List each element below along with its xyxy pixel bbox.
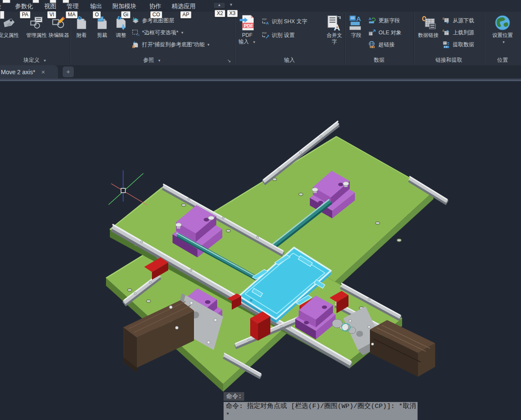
partial-keytip xyxy=(0,11,4,19)
keytip-gi: Gi xyxy=(121,11,130,18)
tab-output[interactable]: 输出 xyxy=(90,3,102,10)
viewport-top-strip-light xyxy=(0,80,521,81)
extract-data-button[interactable]: 提取数据 xyxy=(442,39,474,50)
keytip-co: CO xyxy=(150,11,162,18)
keytip-ma: MA xyxy=(66,11,78,18)
panel-title-reference[interactable]: 参照 ▼ xyxy=(70,57,234,64)
command-history-line2: * xyxy=(226,411,230,419)
update-field-icon: A xyxy=(368,17,376,24)
keytip-ap: AP xyxy=(180,11,191,18)
pickbox xyxy=(121,188,125,193)
ribbon-collapse-button[interactable]: ▲ xyxy=(213,2,225,9)
drawing-tab-label: Move 2 axis* xyxy=(1,69,35,76)
combine-text-icon: A xyxy=(327,14,342,31)
keytip-x3: X3 xyxy=(227,10,238,17)
ribbon-collapse-caret[interactable]: ▼ xyxy=(229,3,233,7)
keytip-o: O xyxy=(93,11,101,18)
recognize-shx-button[interactable]: PDFA 识别 SHX 文字 xyxy=(261,16,307,27)
command-history-line1: 命令: 指定对角点或 [栏选(F)/圈围(WP)/圈交(CP)]: *取消 xyxy=(226,402,416,410)
snap-to-underlay-button[interactable]: 打开“捕捉到参考底图”功能▼ xyxy=(131,39,210,50)
svg-text:8: 8 xyxy=(442,17,444,21)
ole-object-icon xyxy=(368,29,376,36)
svg-text:PDF: PDF xyxy=(262,32,267,34)
panel-title-import[interactable]: 输入 xyxy=(234,57,345,64)
panel-reference: 附着 剪裁 调整 参考底图图层 (x) *边框可变选项*▼ xyxy=(70,12,234,65)
panel-link-extract: 数据链接 8 从源下载 8 上载到源 提取数据 链接和提取 xyxy=(414,12,484,65)
svg-text:A: A xyxy=(356,15,361,22)
partial-keytip xyxy=(3,0,10,3)
frame-options-button[interactable]: (x) *边框可变选项*▼ xyxy=(131,27,184,38)
svg-text:(x): (x) xyxy=(137,33,139,36)
combine-text-button[interactable]: A 合并文字 xyxy=(325,14,343,45)
svg-text:PDF: PDF xyxy=(244,23,254,28)
pdf-import-button[interactable]: PDF PDF输入 ▼ xyxy=(237,14,257,45)
tab-collaborate[interactable]: 协作 xyxy=(149,3,161,10)
ole-object-button[interactable]: OLE 对象 xyxy=(368,27,402,38)
update-field-button[interactable]: A 更新字段 xyxy=(368,15,400,26)
field-button[interactable]: A 字段 xyxy=(347,14,366,39)
keytip-vi: VI xyxy=(47,11,56,18)
panel-import: PDF PDF输入 ▼ PDFA 识别 SHX 文字 PDF 识别 设置 A 合… xyxy=(234,12,345,65)
close-tab-icon[interactable]: × xyxy=(41,68,45,76)
hyperlink-button[interactable]: 超链接 xyxy=(368,39,395,50)
panel-location: 设置位置▼ 位置 xyxy=(484,12,521,65)
svg-text:A: A xyxy=(369,17,372,21)
tab-manage[interactable]: 管理 xyxy=(67,3,79,10)
recognition-settings-button[interactable]: PDF 识别 设置 xyxy=(261,30,294,40)
hyperlink-globe-icon xyxy=(368,41,376,48)
upload-to-source-button[interactable]: 8 上载到源 xyxy=(442,27,474,38)
keytip-x2: X2 xyxy=(215,10,225,17)
download-from-source-button[interactable]: 8 从源下载 xyxy=(442,15,474,26)
set-location-button[interactable]: 设置位置▼ xyxy=(487,14,518,45)
keytip-pa: PA xyxy=(20,11,30,18)
ribbon-tab-row: 径 参数化 视图 管理 输出 附加模块 协作 精选应用 ▲ ▼ xyxy=(0,0,521,12)
svg-text:PDF: PDF xyxy=(262,18,267,21)
tab-featured-apps[interactable]: 精选应用 xyxy=(172,3,196,10)
partial-keytip xyxy=(63,0,69,3)
panel-data: A 字段 A 更新字段 OLE 对象 超链接 数据 xyxy=(345,12,414,65)
underlay-layers-icon xyxy=(131,17,140,24)
tab-addins[interactable]: 附加模块 xyxy=(112,3,136,10)
svg-text:A: A xyxy=(334,23,340,31)
download-source-icon: 8 xyxy=(442,17,451,24)
pdf-import-icon: PDF xyxy=(239,14,255,31)
svg-text:8: 8 xyxy=(442,29,444,33)
globe-icon xyxy=(494,14,511,31)
partial-keytip xyxy=(50,0,56,3)
data-link-icon xyxy=(420,14,436,31)
panel-title-data[interactable]: 数据 xyxy=(345,57,414,64)
recognize-shx-icon: PDFA xyxy=(261,18,270,25)
panel-block-definition: 定义属性 管理属性 块编辑器 块定义 ▼ xyxy=(0,12,70,65)
drawing-tab[interactable]: Move 2 axis* × xyxy=(0,65,58,79)
dialog-launcher-icon[interactable]: ↘ xyxy=(227,58,231,63)
upload-source-icon: 8 xyxy=(442,29,451,36)
file-tab-bar: Move 2 axis* × + xyxy=(0,65,521,79)
frame-options-icon: (x) xyxy=(131,29,140,36)
data-link-button[interactable]: 数据链接 xyxy=(415,14,441,39)
field-icon: A xyxy=(348,14,364,31)
command-prompt-badge[interactable]: 命令: xyxy=(224,392,244,401)
tab-parametric[interactable]: 参数化 xyxy=(15,3,33,10)
recognize-settings-icon: PDF xyxy=(261,31,270,39)
panel-title-link-extract[interactable]: 链接和提取 xyxy=(414,57,484,64)
ribbon-tab-partial[interactable]: 径 xyxy=(0,3,1,10)
partial-keytip xyxy=(33,0,39,3)
panel-title-block-definition[interactable]: 块定义 ▼ xyxy=(0,57,70,64)
tab-view[interactable]: 视图 xyxy=(44,3,56,10)
attribute-list-icon xyxy=(30,14,43,31)
panel-title-location[interactable]: 位置 xyxy=(484,57,521,64)
command-history[interactable]: 命令: 指定对角点或 [栏选(F)/圈围(WP)/圈交(CP)]: *取消* xyxy=(224,402,418,420)
svg-text:A: A xyxy=(266,21,269,25)
ribbon: 径 参数化 视图 管理 输出 附加模块 协作 精选应用 ▲ ▼ PA VI MA… xyxy=(0,0,521,66)
snap-underlay-icon xyxy=(131,41,140,48)
extract-data-icon xyxy=(442,41,451,48)
new-tab-button[interactable]: + xyxy=(63,66,74,77)
